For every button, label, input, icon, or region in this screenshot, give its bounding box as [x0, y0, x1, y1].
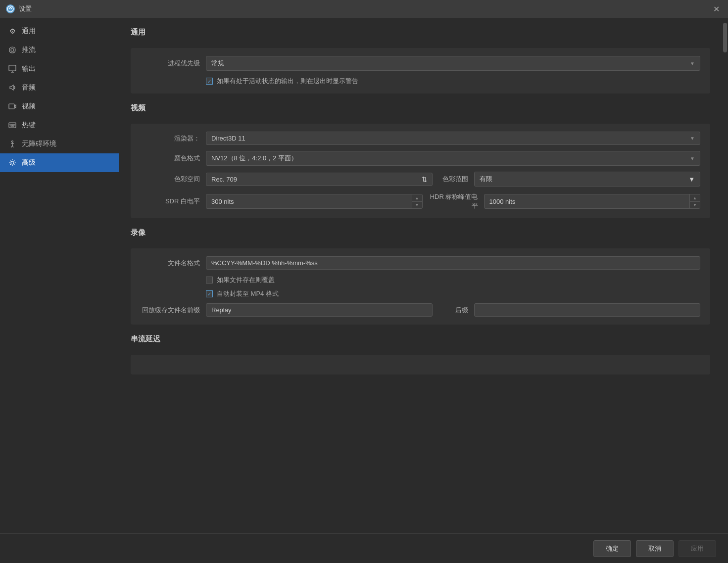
- general-icon: ⚙: [8, 27, 17, 36]
- replay-suffix-input[interactable]: [474, 303, 701, 317]
- sidebar-item-label: 输出: [22, 64, 36, 73]
- apply-button[interactable]: 应用: [679, 540, 716, 557]
- sidebar-item-video[interactable]: 视频: [0, 97, 119, 116]
- confirm-button[interactable]: 确定: [593, 540, 631, 557]
- hdr-decrement-button[interactable]: ▼: [690, 201, 700, 208]
- output-icon: [8, 64, 17, 73]
- color-range-select[interactable]: 有限 ▼: [474, 172, 701, 187]
- stream-icon: [8, 46, 17, 54]
- chevron-updown-icon: ⇅: [422, 176, 427, 183]
- sidebar-item-label: 音频: [22, 83, 36, 92]
- auto-remux-checkbox-row: 自动封装至 MP4 格式: [141, 289, 700, 298]
- cancel-button[interactable]: 取消: [636, 540, 674, 557]
- color-range-label: 色彩范围: [438, 175, 468, 184]
- svg-rect-3: [9, 104, 14, 109]
- color-space-value: Rec. 709: [211, 176, 237, 183]
- svg-point-0: [7, 6, 13, 12]
- accessibility-icon: [8, 140, 17, 148]
- close-button[interactable]: ✕: [710, 3, 722, 15]
- sdr-white-spinbox[interactable]: ▲ ▼: [206, 194, 423, 209]
- warning-checkbox-label: 如果有处于活动状态的输出，则在退出时显示警告: [217, 77, 358, 86]
- titlebar: 设置 ✕: [0, 0, 728, 18]
- hdr-increment-button[interactable]: ▲: [690, 194, 700, 201]
- video-section-body: 渲染器： Direct3D 11 ▼ 颜色格式 NV12（8 位，4:2:0，2…: [131, 124, 710, 218]
- replay-prefix-input[interactable]: [206, 303, 433, 317]
- auto-remux-checkbox[interactable]: [206, 290, 213, 297]
- replay-prefix-row: 回放缓存文件名前缀 后缀: [141, 303, 700, 317]
- sidebar-item-hotkeys[interactable]: 热键: [0, 116, 119, 135]
- general-section-title: 通用: [131, 28, 710, 40]
- sidebar-item-accessibility[interactable]: 无障碍环境: [0, 135, 119, 153]
- advanced-icon: [8, 158, 17, 167]
- sidebar-item-label: 无障碍环境: [22, 140, 56, 148]
- window-title: 设置: [19, 4, 32, 13]
- recording-section-title: 录像: [131, 228, 710, 240]
- process-priority-select[interactable]: 常规 ▼: [206, 56, 700, 71]
- sdr-white-row: SDR 白电平 ▲ ▼ HDR 标称峰值电平: [141, 192, 700, 210]
- hotkeys-icon: [8, 121, 17, 130]
- video-section: 视频 渲染器： Direct3D 11 ▼ 颜色格式 NV12（8 位，4:2:…: [131, 103, 710, 218]
- replay-prefix-label: 回放缓存文件名前缀: [141, 306, 200, 315]
- hdr-peak-input[interactable]: [485, 195, 690, 208]
- video-section-title: 视频: [131, 103, 710, 116]
- warning-checkbox[interactable]: [206, 78, 213, 85]
- replay-suffix-label: 后缀: [438, 306, 468, 315]
- sidebar-item-label: 热键: [22, 121, 36, 130]
- file-format-input[interactable]: [206, 256, 700, 270]
- process-priority-label: 进程优先级: [141, 59, 200, 68]
- color-format-select[interactable]: NV12（8 位，4:2:0，2 平面） ▼: [206, 151, 700, 166]
- file-format-row: 文件名格式: [141, 256, 700, 270]
- chevron-down-icon: ▼: [690, 61, 695, 66]
- sidebar-item-label: 通用: [22, 27, 36, 36]
- color-format-value: NV12（8 位，4:2:0，2 平面）: [211, 154, 297, 163]
- color-space-label: 色彩空间: [141, 175, 200, 184]
- video-icon: [8, 102, 17, 111]
- svg-point-1: [11, 48, 14, 51]
- sidebar-item-output[interactable]: 输出: [0, 59, 119, 78]
- footer: 确定 取消 应用: [0, 533, 728, 563]
- overwrite-checkbox-label: 如果文件存在则覆盖: [217, 276, 275, 284]
- color-space-inline: Rec. 709 ⇅ 色彩范围 有限 ▼: [206, 172, 700, 187]
- stream-delay-section-title: 串流延迟: [131, 334, 710, 347]
- process-priority-value: 常规: [211, 59, 224, 68]
- renderer-row: 渲染器： Direct3D 11 ▼: [141, 132, 700, 145]
- sdr-white-input[interactable]: [206, 195, 412, 208]
- svg-rect-8: [11, 126, 14, 127]
- sidebar-item-label: 高级: [22, 158, 36, 167]
- file-format-label: 文件名格式: [141, 259, 200, 268]
- sidebar-item-audio[interactable]: 音频: [0, 78, 119, 97]
- scroll-thumb[interactable]: [723, 23, 727, 52]
- scrollbar[interactable]: [722, 18, 728, 533]
- svg-point-10: [11, 161, 14, 164]
- sdr-increment-button[interactable]: ▲: [412, 194, 422, 201]
- svg-rect-6: [12, 124, 13, 125]
- sidebar: ⚙ 通用 推流: [0, 18, 119, 533]
- sdr-spinbox-buttons: ▲ ▼: [412, 194, 422, 208]
- overwrite-checkbox[interactable]: [206, 277, 213, 283]
- titlebar-left: 设置: [6, 4, 32, 13]
- renderer-select[interactable]: Direct3D 11 ▼: [206, 132, 700, 145]
- audio-icon: [8, 83, 17, 92]
- renderer-value: Direct3D 11: [211, 135, 245, 142]
- color-format-row: 颜色格式 NV12（8 位，4:2:0，2 平面） ▼: [141, 151, 700, 166]
- sidebar-item-general[interactable]: ⚙ 通用: [0, 22, 119, 41]
- general-section-body: 进程优先级 常规 ▼ 如果有处于活动状态的输出，则在退出时显示警告: [131, 48, 710, 94]
- sidebar-item-stream[interactable]: 推流: [0, 41, 119, 59]
- overwrite-checkbox-row: 如果文件存在则覆盖: [141, 276, 700, 284]
- chevron-down-icon: ▼: [690, 136, 695, 141]
- sidebar-item-label: 视频: [22, 102, 36, 111]
- sdr-white-label: SDR 白电平: [141, 197, 200, 206]
- app-icon: [6, 4, 15, 13]
- color-space-row: 色彩空间 Rec. 709 ⇅ 色彩范围 有限 ▼: [141, 172, 700, 187]
- sdr-decrement-button[interactable]: ▼: [412, 201, 422, 208]
- chevron-down-icon: ▼: [688, 176, 695, 183]
- color-space-select[interactable]: Rec. 709 ⇅: [206, 173, 433, 186]
- sdr-hdr-inline: ▲ ▼ HDR 标称峰值电平 ▲ ▼: [206, 192, 700, 210]
- sidebar-item-advanced[interactable]: 高级: [0, 153, 119, 172]
- hdr-peak-spinbox[interactable]: ▲ ▼: [484, 194, 701, 209]
- renderer-label: 渲染器：: [141, 134, 200, 143]
- content-area: 通用 进程优先级 常规 ▼ 如果有处于活动状态的输出，则在退出时显示警告: [119, 18, 722, 533]
- svg-rect-5: [10, 124, 11, 125]
- stream-delay-section-body: [131, 355, 710, 375]
- general-section: 通用 进程优先级 常规 ▼ 如果有处于活动状态的输出，则在退出时显示警告: [131, 28, 710, 94]
